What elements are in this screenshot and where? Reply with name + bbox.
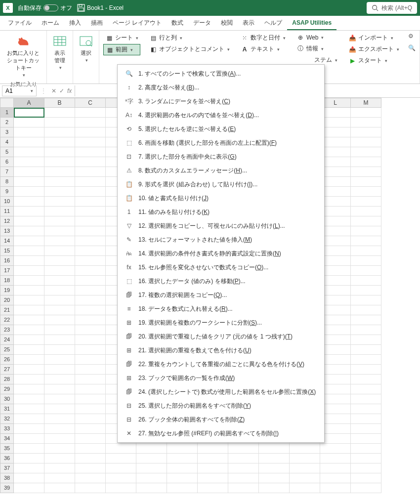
cell[interactable] bbox=[75, 434, 106, 444]
cell[interactable] bbox=[351, 444, 381, 454]
column-header[interactable]: B bbox=[44, 98, 75, 108]
cell[interactable] bbox=[228, 444, 259, 454]
name-box[interactable]: A1 ▾ bbox=[2, 85, 37, 96]
cell[interactable] bbox=[44, 157, 75, 167]
cell[interactable] bbox=[14, 424, 44, 434]
cell[interactable] bbox=[320, 295, 351, 305]
menu-item-10[interactable]: 📋10. 値と書式を貼り付け(J) bbox=[118, 191, 324, 205]
cell[interactable] bbox=[14, 375, 44, 384]
cell[interactable] bbox=[351, 305, 381, 315]
menu-item-1[interactable]: 🔍1. すべてのシートで検索して置換(A)... bbox=[118, 67, 324, 81]
tab-挿入[interactable]: 挿入 bbox=[64, 16, 86, 30]
cell[interactable] bbox=[14, 137, 44, 147]
row-header[interactable]: 28 bbox=[0, 375, 14, 384]
menu-item-15[interactable]: fx15. セル参照を変化させないで数式をコピー(O)... bbox=[118, 260, 324, 274]
cell[interactable] bbox=[14, 444, 44, 454]
cell[interactable] bbox=[320, 127, 351, 137]
cell[interactable] bbox=[198, 444, 228, 454]
cell[interactable] bbox=[75, 394, 106, 404]
cell[interactable] bbox=[320, 177, 351, 187]
row-header[interactable]: 2 bbox=[0, 118, 14, 127]
menu-item-11[interactable]: 111. 値のみを貼り付ける(K) bbox=[118, 205, 324, 219]
cell[interactable] bbox=[44, 167, 75, 177]
menu-item-19[interactable]: ⊞19. 選択範囲を複数のワークシートに分割(S)... bbox=[118, 316, 324, 330]
cell[interactable] bbox=[351, 207, 381, 216]
cell[interactable] bbox=[351, 286, 381, 295]
cell[interactable] bbox=[44, 226, 75, 236]
cell[interactable] bbox=[75, 216, 106, 226]
row-header[interactable]: 31 bbox=[0, 404, 14, 414]
select-all-corner[interactable] bbox=[0, 98, 14, 108]
cell[interactable] bbox=[14, 226, 44, 236]
cell[interactable] bbox=[44, 147, 75, 157]
cell[interactable] bbox=[136, 473, 167, 483]
menu-item-27[interactable]: ✕27. 無効なセル参照 (#REF!) の範囲名すべてを削除(!) bbox=[118, 426, 324, 440]
tab-描画[interactable]: 描画 bbox=[86, 16, 108, 30]
cell[interactable] bbox=[75, 345, 106, 355]
menu-item-2[interactable]: ↕2. 高度な並べ替え(B)... bbox=[118, 81, 324, 94]
cell[interactable] bbox=[44, 216, 75, 226]
cell[interactable] bbox=[351, 108, 381, 118]
cell[interactable] bbox=[75, 375, 106, 384]
cell[interactable] bbox=[320, 325, 351, 335]
row-header[interactable]: 4 bbox=[0, 137, 14, 147]
cell[interactable] bbox=[14, 167, 44, 177]
column-header[interactable]: L bbox=[320, 98, 351, 108]
cell[interactable] bbox=[14, 305, 44, 315]
cell[interactable] bbox=[351, 335, 381, 345]
cell[interactable] bbox=[290, 473, 320, 483]
row-header[interactable]: 26 bbox=[0, 355, 14, 365]
cell[interactable] bbox=[44, 375, 75, 384]
cell[interactable] bbox=[75, 127, 106, 137]
cell[interactable] bbox=[14, 384, 44, 394]
numbers-button[interactable]: ⁙数字と日付▾ bbox=[239, 33, 288, 43]
select-button[interactable]: 選択 ▾ bbox=[77, 33, 95, 65]
cell[interactable] bbox=[198, 454, 228, 463]
cell[interactable] bbox=[167, 444, 198, 454]
cell[interactable] bbox=[320, 256, 351, 266]
row-header[interactable]: 17 bbox=[0, 266, 14, 276]
row-header[interactable]: 1 bbox=[0, 108, 14, 118]
cell[interactable] bbox=[106, 463, 136, 473]
cell[interactable] bbox=[351, 256, 381, 266]
cell[interactable] bbox=[320, 394, 351, 404]
view-manage-button[interactable]: 表示 管理 ▾ bbox=[51, 33, 69, 72]
cell[interactable] bbox=[320, 286, 351, 295]
enter-icon[interactable]: ✓ bbox=[59, 87, 64, 94]
cell[interactable] bbox=[14, 157, 44, 167]
export-button[interactable]: 📤エクスポート▾ bbox=[346, 44, 401, 54]
cell[interactable] bbox=[75, 256, 106, 266]
cell[interactable] bbox=[75, 197, 106, 207]
row-header[interactable]: 6 bbox=[0, 157, 14, 167]
tab-表示[interactable]: 表示 bbox=[238, 16, 259, 30]
cell[interactable] bbox=[44, 434, 75, 444]
rows-cols-button[interactable]: ▤行と列▾ bbox=[147, 33, 232, 43]
tab-ファイル[interactable]: ファイル bbox=[3, 16, 37, 30]
range-button[interactable]: ▦範囲▾ bbox=[103, 44, 140, 55]
search-small-icon[interactable]: 🔍 bbox=[408, 44, 416, 51]
cell[interactable] bbox=[75, 325, 106, 335]
cell[interactable] bbox=[44, 266, 75, 276]
cell[interactable] bbox=[75, 483, 106, 493]
cell[interactable] bbox=[44, 384, 75, 394]
cell[interactable] bbox=[290, 454, 320, 463]
row-header[interactable]: 38 bbox=[0, 473, 14, 483]
cell[interactable] bbox=[44, 305, 75, 315]
cell[interactable] bbox=[259, 444, 290, 454]
row-header[interactable]: 14 bbox=[0, 236, 14, 246]
cell[interactable] bbox=[14, 187, 44, 197]
menu-item-16[interactable]: ⬚16. 選択したデータ (値のみ) を移動(P)... bbox=[118, 274, 324, 288]
cell[interactable] bbox=[14, 177, 44, 187]
cell[interactable] bbox=[290, 444, 320, 454]
cell[interactable] bbox=[75, 424, 106, 434]
cell[interactable] bbox=[351, 345, 381, 355]
cell[interactable] bbox=[44, 295, 75, 305]
cell[interactable] bbox=[75, 444, 106, 454]
cell[interactable] bbox=[228, 463, 259, 473]
row-header[interactable]: 27 bbox=[0, 365, 14, 375]
cell[interactable] bbox=[320, 167, 351, 177]
cell[interactable] bbox=[75, 305, 106, 315]
cell[interactable] bbox=[44, 345, 75, 355]
cell[interactable] bbox=[351, 295, 381, 305]
menu-item-13[interactable]: ✎13. セルにフォーマットされた値を挿入(M) bbox=[118, 233, 324, 247]
